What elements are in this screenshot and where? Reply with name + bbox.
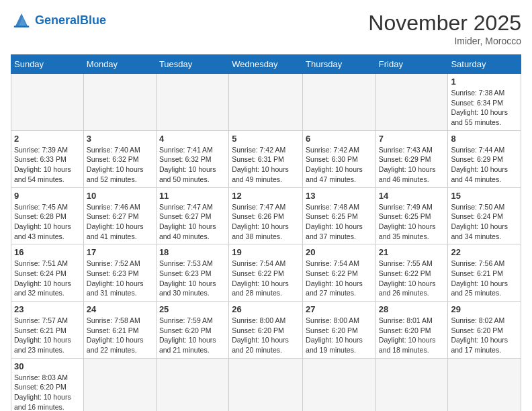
calendar-row: 9Sunrise: 7:45 AMSunset: 6:28 PMDaylight… <box>11 187 521 244</box>
day-number: 3 <box>87 134 153 144</box>
calendar-day: 2Sunrise: 7:39 AMSunset: 6:33 PMDaylight… <box>11 130 84 187</box>
weekday-header-sunday: Sunday <box>11 55 84 74</box>
calendar-day: 28Sunrise: 8:01 AMSunset: 6:20 PMDayligh… <box>375 302 448 359</box>
calendar-day <box>11 74 84 131</box>
day-info: Sunrise: 7:43 AMSunset: 6:29 PMDaylight:… <box>379 145 445 185</box>
calendar-row: 1Sunrise: 7:38 AMSunset: 6:34 PMDaylight… <box>11 74 521 131</box>
day-number: 26 <box>232 304 300 314</box>
calendar-day <box>83 74 156 131</box>
day-info: Sunrise: 7:57 AMSunset: 6:21 PMDaylight:… <box>14 316 81 355</box>
calendar-day: 16Sunrise: 7:51 AMSunset: 6:24 PMDayligh… <box>11 244 84 302</box>
calendar-row: 23Sunrise: 7:57 AMSunset: 6:21 PMDayligh… <box>11 302 521 359</box>
day-number: 23 <box>14 304 81 314</box>
day-info: Sunrise: 7:52 AMSunset: 6:23 PMDaylight:… <box>87 259 153 298</box>
calendar-day: 18Sunrise: 7:53 AMSunset: 6:23 PMDayligh… <box>156 244 228 302</box>
day-info: Sunrise: 7:46 AMSunset: 6:27 PMDaylight:… <box>87 202 153 242</box>
calendar-day: 11Sunrise: 7:47 AMSunset: 6:27 PMDayligh… <box>156 187 228 244</box>
weekday-header-saturday: Saturday <box>448 55 521 74</box>
day-info: Sunrise: 8:00 AMSunset: 6:20 PMDaylight:… <box>232 316 300 355</box>
calendar-day: 1Sunrise: 7:38 AMSunset: 6:34 PMDaylight… <box>448 74 521 131</box>
calendar-day: 27Sunrise: 8:00 AMSunset: 6:20 PMDayligh… <box>303 302 376 359</box>
calendar-day: 13Sunrise: 7:48 AMSunset: 6:25 PMDayligh… <box>303 187 376 244</box>
day-info: Sunrise: 8:02 AMSunset: 6:20 PMDaylight:… <box>451 316 518 355</box>
day-info: Sunrise: 7:54 AMSunset: 6:22 PMDaylight:… <box>232 259 300 298</box>
day-number: 4 <box>159 134 226 144</box>
day-number: 15 <box>451 191 518 201</box>
weekday-header-wednesday: Wednesday <box>229 55 303 74</box>
calendar-day: 10Sunrise: 7:46 AMSunset: 6:27 PMDayligh… <box>83 187 156 244</box>
day-info: Sunrise: 7:44 AMSunset: 6:29 PMDaylight:… <box>451 145 518 185</box>
calendar-day: 19Sunrise: 7:54 AMSunset: 6:22 PMDayligh… <box>229 244 303 302</box>
day-info: Sunrise: 7:48 AMSunset: 6:25 PMDaylight:… <box>306 202 373 242</box>
svg-rect-2 <box>14 26 29 27</box>
weekday-header-monday: Monday <box>83 55 156 74</box>
calendar-day: 14Sunrise: 7:49 AMSunset: 6:25 PMDayligh… <box>375 187 448 244</box>
calendar-day: 3Sunrise: 7:40 AMSunset: 6:32 PMDaylight… <box>83 130 156 187</box>
day-info: Sunrise: 7:38 AMSunset: 6:34 PMDaylight:… <box>451 88 518 128</box>
day-number: 29 <box>451 304 518 314</box>
day-number: 6 <box>306 134 373 144</box>
weekday-header-friday: Friday <box>375 55 448 74</box>
calendar-day: 12Sunrise: 7:47 AMSunset: 6:26 PMDayligh… <box>229 187 303 244</box>
calendar-row: 2Sunrise: 7:39 AMSunset: 6:33 PMDaylight… <box>11 130 521 187</box>
day-number: 17 <box>87 247 153 257</box>
title-block: November 2025 Imider, Morocco <box>368 11 521 46</box>
calendar-day: 26Sunrise: 8:00 AMSunset: 6:20 PMDayligh… <box>229 302 303 359</box>
logo-icon <box>11 11 32 30</box>
calendar-day <box>448 358 521 411</box>
day-info: Sunrise: 7:55 AMSunset: 6:22 PMDaylight:… <box>379 259 445 298</box>
day-info: Sunrise: 7:47 AMSunset: 6:27 PMDaylight:… <box>159 202 226 242</box>
logo-general: General <box>35 13 80 27</box>
day-info: Sunrise: 7:51 AMSunset: 6:24 PMDaylight:… <box>14 259 81 298</box>
calendar-day: 30Sunrise: 8:03 AMSunset: 6:20 PMDayligh… <box>11 358 84 411</box>
calendar-day: 23Sunrise: 7:57 AMSunset: 6:21 PMDayligh… <box>11 302 84 359</box>
calendar-day <box>303 74 376 131</box>
day-number: 11 <box>159 191 226 201</box>
calendar-day: 5Sunrise: 7:42 AMSunset: 6:31 PMDaylight… <box>229 130 303 187</box>
day-number: 20 <box>306 247 373 257</box>
calendar-day: 29Sunrise: 8:02 AMSunset: 6:20 PMDayligh… <box>448 302 521 359</box>
day-info: Sunrise: 7:40 AMSunset: 6:32 PMDaylight:… <box>87 145 153 185</box>
calendar-day <box>229 74 303 131</box>
weekday-header-thursday: Thursday <box>303 55 376 74</box>
calendar-day <box>156 74 228 131</box>
location: Imider, Morocco <box>368 36 521 46</box>
day-number: 27 <box>306 304 373 314</box>
day-info: Sunrise: 7:42 AMSunset: 6:31 PMDaylight:… <box>232 145 300 185</box>
day-info: Sunrise: 7:56 AMSunset: 6:21 PMDaylight:… <box>451 259 518 298</box>
logo-blue: Blue <box>80 13 106 27</box>
month-title: November 2025 <box>368 11 521 36</box>
day-number: 2 <box>14 134 81 144</box>
logo: GeneralBlue <box>11 11 106 30</box>
day-number: 9 <box>14 191 81 201</box>
day-info: Sunrise: 7:58 AMSunset: 6:21 PMDaylight:… <box>87 316 153 355</box>
day-info: Sunrise: 7:42 AMSunset: 6:30 PMDaylight:… <box>306 145 373 185</box>
calendar: SundayMondayTuesdayWednesdayThursdayFrid… <box>11 54 521 411</box>
calendar-day <box>83 358 156 411</box>
day-info: Sunrise: 8:00 AMSunset: 6:20 PMDaylight:… <box>306 316 373 355</box>
calendar-day <box>156 358 228 411</box>
day-number: 28 <box>379 304 445 314</box>
day-number: 18 <box>159 247 226 257</box>
weekday-header-row: SundayMondayTuesdayWednesdayThursdayFrid… <box>11 55 521 74</box>
day-number: 19 <box>232 247 300 257</box>
day-info: Sunrise: 7:45 AMSunset: 6:28 PMDaylight:… <box>14 202 81 242</box>
logo-text: GeneralBlue <box>35 13 106 28</box>
day-info: Sunrise: 7:47 AMSunset: 6:26 PMDaylight:… <box>232 202 300 242</box>
day-number: 8 <box>451 134 518 144</box>
calendar-day: 20Sunrise: 7:54 AMSunset: 6:22 PMDayligh… <box>303 244 376 302</box>
calendar-row: 30Sunrise: 8:03 AMSunset: 6:20 PMDayligh… <box>11 358 521 411</box>
calendar-day <box>375 358 448 411</box>
calendar-day: 9Sunrise: 7:45 AMSunset: 6:28 PMDaylight… <box>11 187 84 244</box>
calendar-day: 15Sunrise: 7:50 AMSunset: 6:24 PMDayligh… <box>448 187 521 244</box>
day-info: Sunrise: 7:53 AMSunset: 6:23 PMDaylight:… <box>159 259 226 298</box>
day-info: Sunrise: 7:41 AMSunset: 6:32 PMDaylight:… <box>159 145 226 185</box>
day-number: 30 <box>14 361 81 371</box>
calendar-day <box>229 358 303 411</box>
day-info: Sunrise: 8:03 AMSunset: 6:20 PMDaylight:… <box>14 373 81 411</box>
day-number: 25 <box>159 304 226 314</box>
day-number: 13 <box>306 191 373 201</box>
calendar-day: 7Sunrise: 7:43 AMSunset: 6:29 PMDaylight… <box>375 130 448 187</box>
day-info: Sunrise: 7:49 AMSunset: 6:25 PMDaylight:… <box>379 202 445 242</box>
calendar-day: 22Sunrise: 7:56 AMSunset: 6:21 PMDayligh… <box>448 244 521 302</box>
